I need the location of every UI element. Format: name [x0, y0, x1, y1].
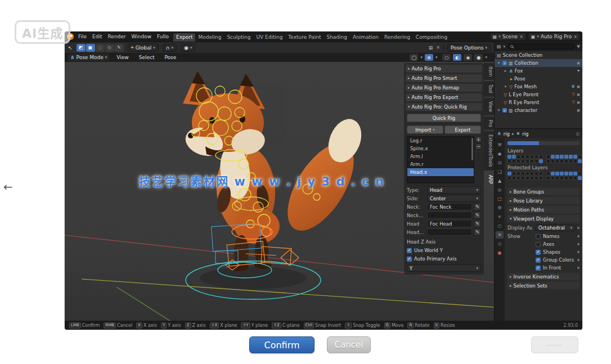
collection-checkbox[interactable]: ✓ — [502, 61, 507, 65]
x-icon[interactable]: ✕ — [436, 45, 440, 50]
render-tab-icon[interactable]: ◉ — [496, 150, 504, 158]
list-item[interactable]: Spine.x — [407, 145, 474, 152]
annotate-icon[interactable]: ✎ — [115, 44, 124, 52]
menu-select[interactable]: Select — [136, 55, 158, 60]
material-tab-icon[interactable]: ● — [496, 249, 504, 257]
select-lasso-icon[interactable]: ◇ — [105, 44, 114, 52]
workspace-tab-modeling[interactable]: Modeling — [195, 33, 224, 42]
menu-render[interactable]: Render — [105, 34, 129, 39]
eye-icon[interactable]: ◉ — [577, 100, 580, 105]
outliner-row-l-eye-parent[interactable]: ▽ L Eye Parent ▽ ◉ — [495, 91, 582, 98]
viewlayer-selector[interactable]: ▣ ▾ Auto Rig Pro ✕ — [528, 33, 580, 41]
transform-orientation-dropdown[interactable]: ⌖ Global ▾ — [128, 43, 159, 52]
section-quick-rig[interactable]: ▾ Auto Rig Pro: Quick Rig — [406, 103, 482, 111]
outliner-row-fox[interactable]: ▸ ⋔ Fox ✦ — [495, 67, 582, 75]
display-mode-icon[interactable]: ▤ — [497, 44, 501, 49]
workspace-tab-uv-editing[interactable]: UV Editing — [253, 33, 285, 42]
use-world-y-checkbox[interactable] — [407, 248, 412, 253]
section-bone-groups[interactable]: ▸ Bone Groups — [507, 188, 579, 195]
pose-options-dropdown[interactable]: Pose Options ▾ — [447, 44, 491, 52]
head-field[interactable]: Foc Head — [427, 220, 472, 227]
remove-item-button[interactable]: − — [475, 143, 482, 150]
eye-icon[interactable]: ◉ — [577, 92, 580, 97]
filter-icon[interactable]: ▼ — [577, 44, 580, 49]
section-selection-sets[interactable]: ▸ Selection Sets — [507, 282, 579, 289]
quick-rig-button[interactable]: Quick Rig — [407, 114, 481, 122]
proportional-edit-dropdown[interactable]: ◉ ▾ — [181, 44, 195, 52]
eyedropper-icon[interactable]: ✎ — [474, 220, 481, 227]
eyedropper-icon[interactable]: ✎ — [474, 203, 481, 210]
active-layers-bar[interactable] — [507, 141, 579, 145]
constraints-tab-icon[interactable]: ◇ — [496, 240, 504, 248]
neck-field[interactable]: Foc Neck — [427, 203, 472, 210]
physics-tab-icon[interactable]: ○ — [496, 222, 504, 230]
decorator-dot[interactable] — [577, 235, 579, 237]
confirm-button[interactable]: Confirm — [249, 336, 315, 353]
eyedropper-icon[interactable]: ✎ — [474, 228, 481, 236]
shading-solid-icon[interactable]: ◐ — [453, 54, 461, 61]
decorator-dot[interactable] — [577, 259, 579, 261]
outliner-search-input[interactable] — [507, 43, 575, 50]
tab-item[interactable]: Item — [484, 63, 494, 80]
menu-view[interactable]: View — [114, 55, 131, 60]
workspace-tab-texture-paint[interactable]: Texture Paint — [285, 33, 324, 42]
outliner-row-pose[interactable]: ▸ Pose — [495, 75, 582, 83]
tab-extended-tools[interactable]: ExtendedTools — [484, 131, 494, 170]
mode-dropdown[interactable]: ⋔ Pose Mode ▾ — [68, 54, 109, 61]
decorator-dot[interactable] — [577, 243, 579, 245]
add-item-button[interactable]: ＋ — [475, 136, 482, 142]
head2-field[interactable] — [427, 228, 472, 236]
expand-arrow-icon[interactable]: ▾ — [504, 84, 507, 89]
world-tab-icon[interactable]: ◎ — [496, 186, 504, 194]
workspace-tab-rendering[interactable]: Rendering — [381, 33, 413, 42]
tab-tool[interactable]: Tool — [484, 81, 494, 97]
tab-arp[interactable]: ARP — [484, 172, 494, 187]
eye-icon[interactable]: ◉ — [577, 84, 580, 89]
outliner-row-collection[interactable]: ▾ ✓ ▥ Collection ◉ — [495, 59, 582, 67]
shapes-checkbox[interactable] — [536, 250, 541, 255]
section-auto-rig-pro[interactable]: ▸ Auto Rig Pro — [406, 65, 482, 73]
output-tab-icon[interactable]: ⊡ — [496, 159, 504, 167]
select-circle-icon[interactable]: ◌ — [96, 44, 105, 52]
expand-arrow-icon[interactable]: ▾ — [497, 61, 501, 65]
section-inverse-kinematics[interactable]: ▸ Inverse Kinematics — [507, 273, 579, 280]
decorator-dot[interactable] — [577, 251, 579, 253]
tweak-mode-icon[interactable]: ◩ — [77, 44, 86, 52]
snapping-dropdown[interactable]: ∩ ▾ — [163, 44, 177, 52]
outliner-row-scene-collection[interactable]: ▤ Scene Collection — [495, 51, 582, 59]
axis-dropdown[interactable]: Y ▾ — [407, 264, 481, 272]
list-item[interactable]: Leg.r — [407, 137, 474, 145]
workspace-tab-sculpting[interactable]: Sculpting — [224, 33, 253, 42]
axes-checkbox[interactable] — [536, 242, 541, 247]
type-dropdown[interactable]: Head ▾ — [427, 186, 481, 194]
collection-checkbox[interactable]: ✓ — [502, 108, 507, 113]
section-auto-rig-pro-remap[interactable]: ▸ Auto Rig Pro Remap — [406, 84, 482, 92]
section-motion-paths[interactable]: ▸ Motion Paths — [507, 206, 579, 213]
outliner-row-fox-mesh[interactable]: ▾ ▽ Fox Mesh ⚙ ◉ — [495, 83, 582, 91]
eye-icon[interactable]: ◉ — [577, 108, 580, 113]
display-as-dropdown[interactable]: Octahedral ▾ — [536, 224, 575, 231]
list-item-selected[interactable]: Head.x — [407, 168, 474, 176]
particles-tab-icon[interactable]: ✳ — [496, 213, 504, 221]
list-scrollbar[interactable] — [471, 138, 473, 160]
breadcrumb-data[interactable]: rig — [522, 131, 528, 137]
eyedropper-icon[interactable]: ✎ — [474, 212, 481, 219]
names-checkbox[interactable] — [536, 234, 541, 239]
expand-arrow-icon[interactable]: ▾ — [497, 108, 501, 113]
object-tab-icon[interactable]: □ — [496, 195, 504, 203]
limb-list[interactable]: Leg.r Spine.x Arm.l Arm.r Head.x — [407, 136, 474, 183]
object-data-tab-icon[interactable]: ✕ — [496, 231, 504, 239]
auto-primary-axis-checkbox[interactable] — [407, 257, 412, 262]
cancel-button[interactable]: Cancel — [327, 336, 371, 353]
outliner-row-character[interactable]: ▾ ✓ ▥ character ◉ — [495, 106, 582, 114]
menu-file[interactable]: File — [75, 34, 89, 39]
side-dropdown[interactable]: Center ▾ — [427, 195, 481, 202]
close-icon[interactable]: ✕ — [573, 34, 577, 39]
scene-tab-icon[interactable]: ▲ — [496, 177, 504, 185]
show-gizmo-icon[interactable]: ◯ — [410, 54, 418, 61]
section-auto-rig-pro-export[interactable]: ▸ Auto Rig Pro Export — [406, 93, 482, 101]
list-item[interactable]: Arm.r — [407, 160, 474, 168]
scene-selector[interactable]: ▦ ▾ Scene ✕ — [490, 33, 526, 41]
breadcrumb-object[interactable]: rig — [504, 131, 510, 137]
shading-material-icon[interactable]: ◉ — [464, 54, 472, 61]
